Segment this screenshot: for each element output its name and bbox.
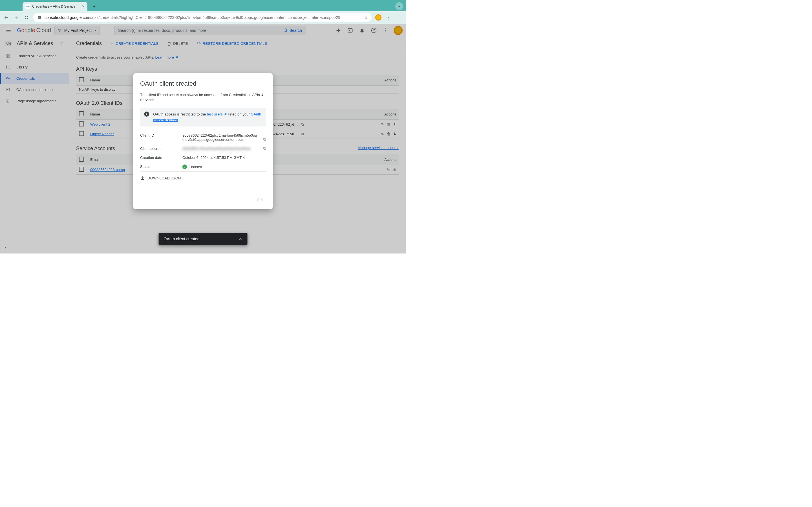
reload-icon: [24, 15, 29, 20]
oauth-created-dialog: OAuth client created The client ID and s…: [133, 73, 273, 209]
browser-menu-button[interactable]: ⋮: [385, 14, 392, 21]
url-text: console.cloud.google.com/apis/credential…: [45, 15, 361, 20]
secret-label: Client secret: [140, 147, 183, 151]
ok-button[interactable]: OK: [255, 196, 266, 204]
close-icon[interactable]: ✕: [239, 237, 242, 241]
tab-title: Credentials – APIs & Service: [32, 4, 75, 8]
svg-point-2: [39, 18, 40, 19]
toast-text: OAuth client created: [164, 237, 200, 241]
copy-icon[interactable]: ⧉: [263, 146, 266, 151]
close-icon[interactable]: ✕: [82, 4, 85, 8]
dialog-subtitle: The client ID and secret can always be a…: [140, 93, 266, 103]
info-icon: i: [144, 112, 149, 117]
tabs-overflow-button[interactable]: [395, 2, 403, 10]
arrow-right-icon: [14, 15, 19, 20]
copy-icon[interactable]: ⧉: [263, 137, 266, 142]
download-icon: [140, 175, 145, 180]
arrow-left-icon: [4, 15, 9, 20]
extension-icon[interactable]: [375, 14, 382, 21]
clientid-label: Client ID: [140, 133, 183, 137]
reload-button[interactable]: [23, 14, 30, 21]
forward-button[interactable]: [13, 14, 20, 21]
status-value: ✓ Enabled: [183, 165, 266, 169]
secret-value: GOCSPX-XXxxXXxxXXxxXXxxXXxxXXxx ⧉: [183, 147, 266, 151]
svg-point-1: [40, 17, 41, 18]
toast: OAuth client created ✕: [159, 233, 248, 245]
external-link-icon: ⬈: [224, 112, 227, 116]
chevron-down-icon: [398, 4, 401, 8]
address-bar[interactable]: console.cloud.google.com/apis/credential…: [33, 13, 371, 22]
test-users-link[interactable]: test users ⬈: [207, 112, 227, 116]
date-value: October 6, 2024 at 4:57:53 PM GMT-4: [183, 156, 266, 160]
svg-point-0: [38, 16, 39, 17]
new-tab-button[interactable]: ＋: [90, 3, 98, 10]
sun-icon: [375, 14, 382, 20]
browser-tab-strip: API Credentials – APIs & Service ✕ ＋: [0, 0, 406, 11]
browser-tab[interactable]: API Credentials – APIs & Service ✕: [22, 2, 87, 11]
back-button[interactable]: [3, 14, 10, 21]
tab-favicon: API: [26, 4, 30, 9]
download-json-button[interactable]: DOWNLOAD JSON: [140, 175, 266, 180]
bookmark-star-icon[interactable]: ☆: [364, 15, 368, 20]
info-box: i OAuth access is restricted to the test…: [140, 108, 266, 126]
browser-toolbar: console.cloud.google.com/apis/credential…: [0, 11, 406, 24]
clientid-value: 900886624223-62jdcc1ma4um4568icm5p0oqetu…: [183, 133, 266, 142]
status-label: Status: [140, 165, 183, 169]
check-circle-icon: ✓: [183, 165, 187, 169]
site-settings-icon[interactable]: [37, 15, 42, 20]
dialog-title: OAuth client created: [140, 80, 266, 87]
date-label: Creation date: [140, 156, 183, 160]
